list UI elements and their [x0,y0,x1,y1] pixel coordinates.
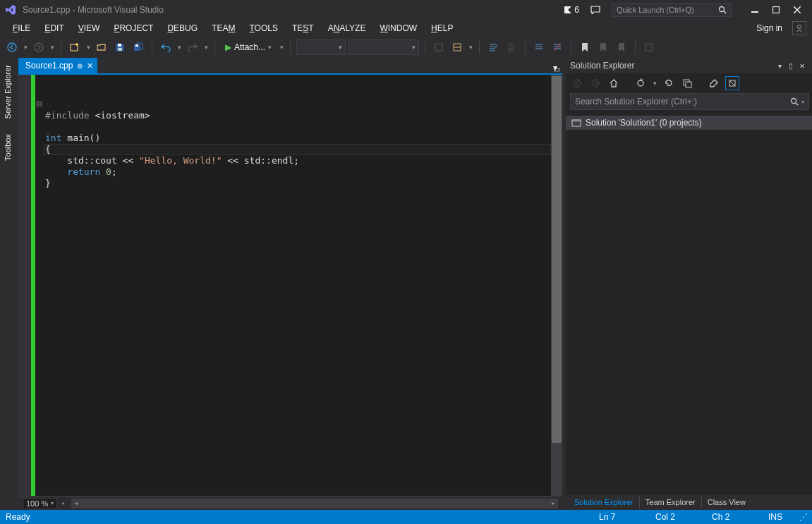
split-icon[interactable]: ▭ [551,63,562,75]
window-title: Source1.cpp - Microsoft Visual Studio [23,5,164,15]
save-all-button[interactable] [131,39,146,55]
close-button[interactable] [787,3,808,17]
doc-tab-source1[interactable]: Source1.cpp ⊕ ✕ [18,58,97,73]
solution-tree[interactable]: Solution 'Solution1' (0 projects) [566,113,812,494]
signin-link[interactable]: Sign in [751,22,788,35]
code-editor[interactable]: ⊟ #include <iostream> int main() { std::… [18,75,562,496]
soln-sync-dd[interactable]: ▾ [652,75,658,91]
maximize-button[interactable] [765,3,787,17]
menu-view[interactable]: VIEW [71,22,107,35]
scrollbar-thumb[interactable] [552,76,562,443]
panel-close-icon[interactable]: ✕ [796,62,808,70]
editor-margin [18,75,31,496]
menu-analyze[interactable]: ANALYZE [321,22,373,35]
vertical-scrollbar[interactable]: ▭ [551,75,562,496]
toolbar-extra-btn[interactable] [641,39,657,55]
new-project-dropdown[interactable]: ▾ [85,39,91,55]
toolbox-tab[interactable]: Toolbox [2,130,13,165]
status-ch: Ch 2 [712,512,768,522]
toolbar-outdent-btn[interactable] [504,39,519,55]
user-avatar-icon[interactable] [792,21,806,35]
search-icon [790,97,799,106]
svg-point-6 [798,25,801,29]
titlebar: Source1.cpp - Microsoft Visual Studio 6 … [0,0,812,20]
toolbar-indent-btn[interactable] [485,39,501,55]
statusbar: Ready Ln 7 Col 2 Ch 2 INS ⋰ [0,510,812,524]
notifications-indicator[interactable]: 6 [564,5,579,15]
svg-point-19 [592,80,599,87]
soln-showall-button[interactable] [725,76,739,90]
soln-sync-button[interactable] [634,76,648,90]
menu-help[interactable]: HELP [424,22,460,35]
panel-header: Solution Explorer ▾ ▯ ✕ [566,58,812,73]
tab-solution-explorer[interactable]: Solution Explorer [569,496,639,508]
redo-button[interactable] [185,39,200,55]
search-icon [718,6,727,14]
soln-back-button[interactable] [570,76,584,90]
solution-search-input[interactable]: Search Solution Explorer (Ctrl+;) ▾ [570,93,809,110]
outline-column[interactable]: ⊟ [35,75,44,496]
vs-logo-icon [4,4,17,16]
quick-launch-input[interactable]: Quick Launch (Ctrl+Q) [612,3,732,17]
nav-back-dropdown[interactable]: ▾ [23,39,28,55]
nav-forward-dropdown[interactable]: ▾ [49,39,55,55]
toolbar-btn-b-dd[interactable]: ▾ [468,39,473,55]
menu-window[interactable]: WINDOW [372,22,424,35]
svg-point-18 [574,80,581,87]
soln-forward-button[interactable] [588,76,602,90]
open-file-button[interactable] [94,39,109,55]
flag-icon [564,6,571,13]
panel-pin-icon[interactable]: ▯ [785,62,796,70]
code-text[interactable]: #include <iostream> int main() { std::co… [44,75,551,496]
soln-home-button[interactable] [607,76,621,90]
menu-tools[interactable]: TOOLS [242,22,284,35]
close-icon[interactable]: ✕ [87,61,93,71]
minimize-button[interactable] [744,3,765,17]
soln-collapse-button[interactable] [680,76,694,90]
menu-debug[interactable]: DEBUG [160,22,205,35]
solution-explorer-panel: Solution Explorer ▾ ▯ ✕ ▾ Search Solutio… [565,58,812,510]
solution-config-combo[interactable]: ▾ [296,39,346,55]
menu-edit[interactable]: EDIT [37,22,71,35]
svg-point-8 [35,43,43,51]
nav-back-button[interactable] [4,39,20,55]
panel-options-icon[interactable]: ▾ [774,62,785,70]
tab-team-explorer[interactable]: Team Explorer [639,496,701,508]
svg-rect-12 [135,44,138,47]
attach-debugger-button[interactable]: ▶ Attach... ▾ [221,39,276,55]
toolbar-btn-b[interactable] [449,39,465,55]
prev-bookmark-button[interactable] [595,39,611,55]
pin-icon[interactable]: ⊕ [77,62,83,70]
menu-file[interactable]: FILE [6,22,37,35]
svg-rect-2 [751,11,758,13]
attach-dropdown[interactable]: ▾ [279,39,284,55]
nav-forward-button[interactable] [31,39,47,55]
solution-root-item[interactable]: Solution 'Solution1' (0 projects) [566,116,812,130]
status-ins: INS [768,512,799,522]
comment-button[interactable] [531,39,547,55]
new-project-button[interactable] [67,39,83,55]
save-button[interactable] [112,39,128,55]
horizontal-scrollbar[interactable] [71,499,558,508]
resize-grip-icon[interactable]: ⋰ [799,512,806,522]
soln-properties-button[interactable] [707,76,721,90]
tab-class-view[interactable]: Class View [701,496,751,508]
zoom-combo[interactable]: 100 % ▾ [23,498,57,509]
solution-platform-combo[interactable]: ▾ [349,39,419,55]
redo-dropdown[interactable]: ▾ [203,39,209,55]
menu-team[interactable]: TEAM [205,22,242,35]
undo-dropdown[interactable]: ▾ [176,39,182,55]
feedback-icon[interactable] [590,6,600,14]
uncomment-button[interactable] [550,39,565,55]
soln-refresh-button[interactable] [662,76,676,90]
undo-button[interactable] [158,39,174,55]
svg-rect-11 [118,48,122,51]
menu-project[interactable]: PROJECT [107,22,160,35]
toolbar-btn-a[interactable] [431,39,447,55]
right-panel-tabs: Solution Explorer Team Explorer Class Vi… [566,494,812,510]
next-bookmark-button[interactable] [614,39,629,55]
server-explorer-tab[interactable]: Server Explorer [2,61,13,123]
editor-footer: 100 % ▾ ◂ [18,496,562,510]
bookmark-button[interactable] [577,39,593,55]
menu-test[interactable]: TEST [285,22,321,35]
